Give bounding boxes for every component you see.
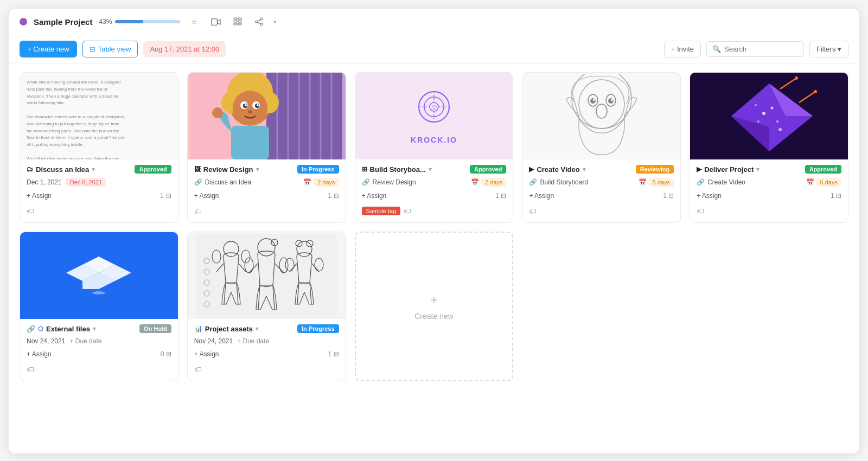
card-chevron[interactable]: ▾ xyxy=(92,166,95,173)
svg-point-52 xyxy=(608,98,614,104)
card-chevron[interactable]: ▾ xyxy=(256,166,259,173)
card-type-icon: 🖼 xyxy=(194,165,201,173)
card-create-video: ▶ Create Video ▾ Reviewing 🔗 Build Story… xyxy=(522,72,681,223)
card-link: 🔗 Review Design xyxy=(362,178,416,186)
assign-label: Assign xyxy=(32,192,52,200)
search-box: 🔍 xyxy=(706,41,804,57)
invite-button[interactable]: + Invite xyxy=(664,41,701,57)
card-discuss-idea: While she is moving around the room, a d… xyxy=(20,72,178,223)
search-input[interactable] xyxy=(724,45,798,53)
calendar-icon: 📅 xyxy=(806,178,814,186)
card-image-assets xyxy=(188,232,346,319)
link-icon: 🔗 xyxy=(27,325,35,333)
table-icon: ⊟ xyxy=(90,45,95,53)
svg-point-54 xyxy=(611,99,613,101)
tag-icon[interactable]: 🏷 xyxy=(529,207,537,215)
link-text: Create Video xyxy=(707,178,745,186)
card-title: Discuss an Idea xyxy=(36,165,89,174)
link-icon: 🔗 xyxy=(194,178,202,186)
card-chevron[interactable]: ▾ xyxy=(93,325,96,332)
svg-line-10 xyxy=(258,20,260,21)
card-image-storyboard: KROCK.IO xyxy=(355,73,513,159)
video-icon[interactable] xyxy=(208,14,224,29)
card-title-row: ▶ Deliver Project ▾ xyxy=(697,165,801,174)
plus-icon: + xyxy=(430,292,438,308)
card-body-review: 🖼 Review Design ▾ In Progress 🔗 Discuss … xyxy=(188,159,346,222)
card-header-deliver: ▶ Deliver Project ▾ Approved xyxy=(697,165,841,174)
card-assign-row: + Assign 1 ⊟ xyxy=(697,191,841,201)
card-link: 🔗 Build Storyboard xyxy=(529,178,588,186)
tag-icon[interactable]: 🏷 xyxy=(697,207,704,215)
share-icon[interactable] xyxy=(252,14,267,29)
tag-icon[interactable]: 🏷 xyxy=(194,207,202,215)
svg-point-31 xyxy=(233,91,267,125)
project-title: Sample Project xyxy=(34,17,92,27)
card-tags-row: 🏷 xyxy=(194,205,339,217)
assign-button[interactable]: + Assign xyxy=(362,191,387,201)
card-count2: 1 ⊟ xyxy=(831,192,841,200)
card-count: 1 ⊟ xyxy=(160,192,171,200)
svg-point-68 xyxy=(778,128,782,131)
card-chevron[interactable]: ▾ xyxy=(256,325,259,332)
date-filter-button[interactable]: Aug 17, 2021 at 12:00 xyxy=(143,41,226,57)
card-title-row: 🗂 Discuss an Idea ▾ xyxy=(27,165,131,174)
card-type-icon: ▶ xyxy=(697,165,701,173)
svg-point-51 xyxy=(590,98,596,104)
card-create-new[interactable]: + Create new xyxy=(355,232,514,381)
assign-button[interactable]: + Assign xyxy=(194,349,219,359)
tag-icon[interactable]: 🏷 xyxy=(404,207,411,215)
star-icon[interactable]: ☆ xyxy=(187,14,202,29)
svg-point-42 xyxy=(424,97,444,117)
tag-icon[interactable]: 🏷 xyxy=(27,365,34,374)
card-count: 📅 2 days xyxy=(303,178,339,187)
calendar-icon: 📅 xyxy=(639,178,647,186)
card-tags-row: 🏷 xyxy=(194,363,339,375)
card-title: Create Video xyxy=(537,165,579,174)
card-chevron[interactable]: ▾ xyxy=(429,166,432,173)
project-dot xyxy=(20,18,27,25)
card-body-storyboard: ⊞ Build Storyboa... ▾ Approved 🔗 Review … xyxy=(355,159,513,222)
card-project-assets: 📊 Project assets ▾ In Progress Nov 24, 2… xyxy=(187,232,346,381)
assign-button[interactable]: + Assign xyxy=(27,349,52,359)
card-body-video: ▶ Create Video ▾ Reviewing 🔗 Build Story… xyxy=(522,159,680,222)
assign-button[interactable]: + Assign xyxy=(697,191,722,201)
assign-button[interactable]: + Assign xyxy=(529,191,554,201)
cards-area: While she is moving around the room, a d… xyxy=(9,63,859,390)
card-title-row: 🖼 Review Design ▾ xyxy=(194,165,294,174)
tag-icon[interactable]: 🏷 xyxy=(27,207,34,215)
card-dates: Nov 24, 2021 + Due date xyxy=(194,337,339,345)
card-body-external: 🔗 ⬡ External files ▾ On Hold Nov 24, 202… xyxy=(20,319,178,381)
filters-button[interactable]: Filters ▾ xyxy=(809,41,848,57)
assign-button[interactable]: + Assign xyxy=(27,191,52,201)
card-dates: Nov 24, 2021 + Due date xyxy=(27,337,171,345)
date-add[interactable]: + Due date xyxy=(237,337,269,345)
date-due: Dec 6, 2021 xyxy=(66,178,106,187)
card-title-row: 🔗 ⬡ External files ▾ xyxy=(27,325,136,333)
card-title: External files xyxy=(46,325,90,333)
card-header-review: 🖼 Review Design ▾ In Progress xyxy=(194,165,339,174)
svg-point-8 xyxy=(256,21,258,23)
card-chevron[interactable]: ▾ xyxy=(583,166,586,173)
card-header-external: 🔗 ⬡ External files ▾ On Hold xyxy=(27,324,171,333)
card-chevron[interactable]: ▾ xyxy=(756,166,760,173)
card-count2: 1 ⊟ xyxy=(328,192,339,200)
svg-rect-1 xyxy=(234,18,237,20)
top-bar: Sample Project 43% ☆ xyxy=(9,9,859,35)
create-new-button[interactable]: + Create new xyxy=(20,41,77,57)
svg-rect-3 xyxy=(234,23,237,25)
card-header-storyboard: ⊞ Build Storyboa... ▾ Approved xyxy=(362,165,507,174)
card-link-row: 🔗 Create Video 📅 6 days xyxy=(697,178,841,187)
tag-icon[interactable]: 🏷 xyxy=(194,365,202,374)
card-dates: Dec 1, 2021 Dec 6, 2021 xyxy=(27,178,171,187)
date-add[interactable]: + Due date xyxy=(69,337,101,345)
date-start: Nov 24, 2021 xyxy=(194,337,233,345)
status-badge: On Hold xyxy=(139,324,171,333)
table-view-button[interactable]: ⊟ Table view xyxy=(82,41,138,57)
assign-button[interactable]: + Assign xyxy=(194,191,219,201)
toolbar: + Create new ⊟ Table view Aug 17, 2021 a… xyxy=(9,35,859,63)
grid-icon[interactable] xyxy=(230,14,245,29)
card-type-icon: 🗂 xyxy=(27,165,33,173)
card-title-row: ⊞ Build Storyboa... ▾ xyxy=(362,165,467,174)
card-link: 🔗 Create Video xyxy=(697,178,745,186)
svg-point-9 xyxy=(260,23,263,25)
